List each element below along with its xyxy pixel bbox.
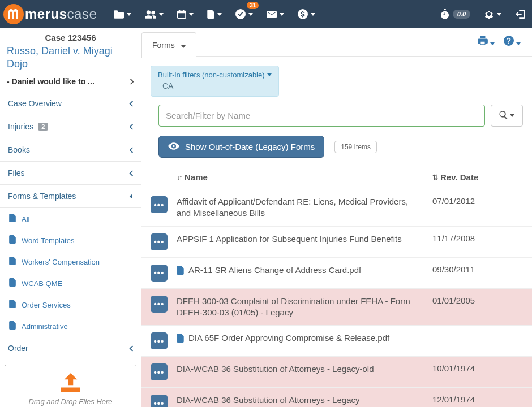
folder-icon <box>114 10 124 19</box>
sidebar-subitem-label: Workers' Compensation <box>22 258 100 266</box>
row-actions-button[interactable]: ••• <box>151 296 168 313</box>
nav-calendar-dropdown[interactable] <box>170 0 200 28</box>
form-name[interactable]: APPSIF 1 Application for Subsequent Inju… <box>177 233 402 245</box>
sidebar-item-injuries[interactable]: Injuries2 <box>0 115 141 138</box>
dollar-icon <box>298 9 308 19</box>
brand-logo[interactable]: meruscase <box>0 0 104 28</box>
row-actions-button[interactable]: ••• <box>151 265 168 282</box>
col-header-name[interactable]: ↓↑Name <box>177 172 432 182</box>
chevron-left-icon <box>129 101 133 107</box>
row-actions-button[interactable]: ••• <box>151 332 168 349</box>
nav-mail-dropdown[interactable] <box>260 0 291 28</box>
caret-down-icon <box>311 13 315 16</box>
chevron-down-icon <box>130 194 132 198</box>
sidebar-item-forms-templates[interactable]: Forms & Templates <box>0 185 141 208</box>
table-row: •••APPSIF 1 Application for Subsequent I… <box>141 227 532 258</box>
document-icon <box>9 278 16 288</box>
form-rev-date: 07/01/2012 <box>432 196 523 206</box>
row-actions-button[interactable]: ••• <box>151 363 168 380</box>
filter-chip[interactable]: Built-in filters (non-customizable) CA <box>151 66 279 97</box>
content-tabbar: Forms <box>141 28 532 57</box>
caret-down-icon <box>267 73 272 76</box>
sidebar-item-order[interactable]: Order <box>0 337 141 360</box>
sidebar-subitem-label: Order Services <box>22 301 71 309</box>
sidebar-item-books[interactable]: Books <box>0 138 141 162</box>
sidebar-item-files[interactable]: Files <box>0 162 141 185</box>
sidebar-item-label: Order <box>8 344 28 353</box>
sidebar-subitem-label: Word Templates <box>22 236 74 245</box>
form-rev-date: 10/01/1974 <box>432 363 523 373</box>
form-rev-date: 09/30/2011 <box>432 265 523 274</box>
search-options-button[interactable] <box>491 105 523 127</box>
tab-label: Forms <box>152 41 175 50</box>
caret-down-icon <box>181 41 186 50</box>
result-count: 159 Items <box>334 141 377 153</box>
search-input[interactable] <box>158 105 485 127</box>
form-name[interactable]: DIA-WCAB 36 Substitution of Attorneys - … <box>177 395 359 406</box>
nav-contacts-dropdown[interactable] <box>138 0 170 28</box>
check-circle-icon <box>235 9 246 19</box>
brand-text: meruscase <box>25 6 97 22</box>
chevron-left-icon <box>129 124 133 130</box>
sidebar-subitem-word-templates[interactable]: Word Templates <box>0 230 141 251</box>
mail-icon <box>267 11 277 18</box>
upload-dropzone[interactable]: Drag and Drop Files Here to Upload to Ca… <box>0 360 141 407</box>
tab-forms[interactable]: Forms <box>141 32 196 58</box>
sidebar-subitem-administrative[interactable]: Administrative <box>0 315 141 337</box>
form-rev-date: 11/17/2008 <box>432 233 523 243</box>
sidebar-subitem-order-services[interactable]: Order Services <box>0 294 141 315</box>
form-name[interactable]: AR-11 SR Aliens Change of Address Card.p… <box>188 265 361 276</box>
nav-cases-dropdown[interactable] <box>107 0 138 28</box>
row-actions-button[interactable]: ••• <box>151 196 168 213</box>
case-sidebar: Case 123456 Russo, Daniel v. Miyagi Dojo… <box>0 28 141 407</box>
document-icon <box>9 214 16 224</box>
sidebar-subitem-label: Administrative <box>22 322 68 331</box>
sidebar-subitem-workers-compensation[interactable]: Workers' Compensation <box>0 251 141 272</box>
tasks-badge: 31 <box>247 2 259 9</box>
toggle-legacy-forms-button[interactable]: Show Out-of-Date (Legacy) Forms <box>158 136 324 158</box>
caret-down-icon <box>490 36 495 48</box>
filter-chip-value: CA <box>158 81 272 90</box>
brand-mark-icon <box>3 4 24 24</box>
caret-down-icon <box>510 114 514 117</box>
nav-timer[interactable]: 0.0 <box>434 0 477 28</box>
table-row: •••DIA-WCAB 36 Substitution of Attorneys… <box>141 357 532 388</box>
sidebar-subitem-all[interactable]: All <box>0 208 141 230</box>
nav-logout[interactable] <box>508 0 532 28</box>
nav-documents-dropdown[interactable] <box>200 0 229 28</box>
nav-tasks-dropdown[interactable]: 31 <box>229 0 260 28</box>
case-title-link[interactable]: Russo, Daniel v. Miyagi Dojo <box>7 45 134 70</box>
row-actions-button[interactable]: ••• <box>151 233 168 250</box>
document-icon <box>9 300 16 310</box>
chevron-left-icon <box>129 147 133 153</box>
caret-down-icon <box>248 13 253 16</box>
search-icon <box>499 111 508 121</box>
sidebar-item-label: Case Overview <box>8 99 62 108</box>
chevron-left-icon <box>129 345 133 352</box>
calendar-icon <box>177 10 186 19</box>
caret-down-icon <box>497 13 501 16</box>
sidebar-subitem-wcab-qme[interactable]: WCAB QME <box>0 272 141 294</box>
form-name[interactable]: DIA-WCAB 36 Substitution of Attorneys - … <box>177 363 374 375</box>
table-row: •••DIA-WCAB 36 Substitution of Attorneys… <box>141 388 532 407</box>
col-header-revdate[interactable]: ⇅Rev. Date <box>432 172 523 182</box>
sidebar-item-badge: 2 <box>38 123 48 131</box>
chevron-left-icon <box>129 170 133 176</box>
form-name[interactable]: Affidavit of Applicant/Defendant RE: Lie… <box>177 196 423 219</box>
row-actions-button[interactable]: ••• <box>151 395 168 407</box>
sidebar-item-case-overview[interactable]: Case Overview <box>0 92 141 115</box>
main-content: Forms Built-in filters (non-customizable… <box>141 28 532 407</box>
nav-settings-dropdown[interactable] <box>477 0 508 28</box>
case-note-toggle[interactable]: - Daniel would like to ... <box>0 73 141 92</box>
form-rev-date: 12/01/1974 <box>432 395 523 404</box>
nav-billing-dropdown[interactable] <box>291 0 322 28</box>
form-name[interactable]: DIA 65F Order Approving Compromise & Rel… <box>188 332 389 344</box>
print-button[interactable] <box>473 36 499 48</box>
forms-table-header: ↓↑Name ⇅Rev. Date <box>141 166 532 189</box>
stopwatch-icon <box>440 9 451 19</box>
form-name[interactable]: DFEH 300-03 Complaint of Discrimination … <box>177 296 423 319</box>
caret-down-icon <box>280 13 284 16</box>
help-button[interactable] <box>499 36 525 49</box>
document-icon <box>9 321 16 331</box>
pdf-icon <box>177 332 184 345</box>
